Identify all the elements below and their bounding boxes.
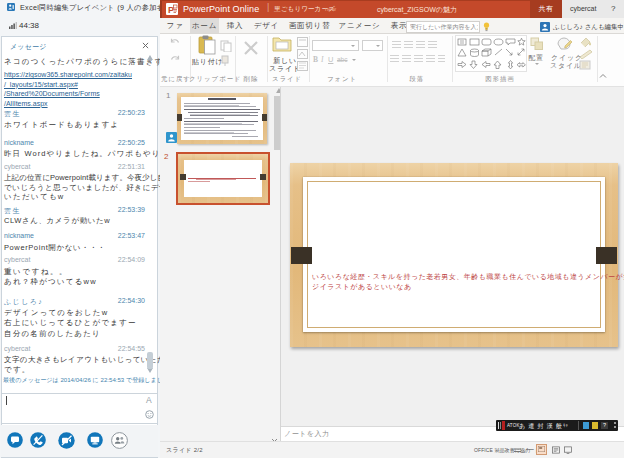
- svg-text:P: P: [168, 5, 174, 15]
